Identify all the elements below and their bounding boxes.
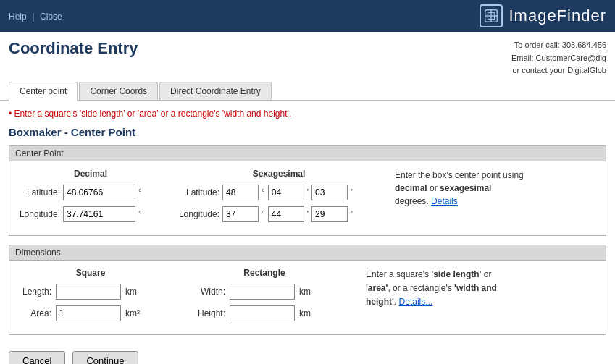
length-input[interactable]: [56, 284, 121, 300]
lon-sex-row: Longitude: ° ' ": [177, 206, 380, 222]
decimal-header: Decimal: [18, 169, 163, 179]
dim-help-text: Enter a square's 'side length' or 'area'…: [366, 268, 511, 310]
lon-sex-label: Longitude:: [177, 209, 219, 219]
content-area: Enter a square's 'side length' or 'area'…: [0, 101, 615, 364]
width-input[interactable]: [230, 284, 295, 300]
cp-help-or: or: [427, 183, 440, 193]
dim-help-1: Enter a square's: [366, 269, 431, 279]
lon-min-input[interactable]: [268, 206, 304, 222]
sexagesimal-column: Sexagesimal Latitude: ° ' " Longitude: °: [177, 169, 380, 228]
lat-sec-symbol: ": [351, 187, 353, 198]
dim-help-3: , or a rectangle's: [388, 283, 454, 293]
cp-help-degrees: degrees.: [395, 196, 429, 206]
top-bar: Help | Close ImageFinder: [0, 0, 615, 32]
rectangle-header: Rectangle: [192, 268, 337, 278]
lat-decimal-row: Latitude: °: [18, 185, 163, 200]
lat-sex-label: Latitude:: [177, 187, 219, 198]
height-unit: km: [299, 308, 311, 318]
area-row: Area: km²: [18, 305, 163, 321]
brand-name: ImageFinder: [509, 7, 606, 25]
brand-icon: [480, 4, 503, 27]
rectangle-column: Rectangle Width: km Height: km: [192, 268, 337, 327]
lat-deg-input[interactable]: [222, 185, 259, 200]
dimensions-body: Square Length: km Area: km² Rectangle: [9, 261, 606, 334]
separator: |: [32, 12, 34, 22]
tabs-row: Center point Corner Coords Direct Coordi…: [0, 82, 615, 101]
dim-help-2: or: [481, 269, 491, 279]
cp-help-plain: Enter the box's center point using: [395, 170, 524, 180]
lat-decimal-label: Latitude:: [18, 187, 60, 198]
lon-decimal-row: Longitude: °: [18, 206, 163, 222]
contact-info: To order call: 303.684.456 Email: Custom…: [511, 39, 606, 77]
boxmaker-heading: Boxmaker - Center Point: [9, 126, 606, 138]
close-link[interactable]: Close: [40, 12, 62, 22]
instruction-text: Enter a square's 'side length' or 'area'…: [9, 109, 606, 119]
page-header: Coordinate Entry To order call: 303.684.…: [0, 32, 615, 82]
lat-sex-row: Latitude: ° ' ": [177, 185, 380, 200]
lon-deg-input[interactable]: [222, 206, 259, 222]
lon-sec-symbol: ": [351, 209, 353, 219]
lon-sec-input[interactable]: [311, 206, 348, 222]
brand: ImageFinder: [480, 4, 606, 27]
length-unit: km: [125, 287, 137, 297]
lon-decimal-label: Longitude:: [18, 209, 60, 219]
width-label: Width:: [192, 287, 225, 297]
continue-button[interactable]: Continue: [72, 351, 138, 364]
dim-help-4: .: [394, 297, 396, 307]
page-title: Coordinate Entry: [9, 39, 138, 58]
sexagesimal-header: Sexagesimal: [177, 169, 380, 179]
cancel-button[interactable]: Cancel: [9, 351, 65, 364]
tab-direct-coordinate[interactable]: Direct Coordinate Entry: [159, 82, 272, 100]
top-bar-links: Help | Close: [9, 11, 62, 22]
lat-degree-symbol: °: [138, 187, 142, 198]
tab-corner-coords[interactable]: Corner Coords: [79, 82, 158, 100]
height-row: Height: km: [192, 305, 337, 321]
lat-min-symbol: ': [307, 187, 309, 198]
square-column: Square Length: km Area: km²: [18, 268, 163, 327]
buttons-row: Cancel Continue: [9, 344, 606, 364]
lon-sex-deg-symbol: °: [262, 209, 265, 219]
decimal-column: Decimal Latitude: ° Longitude: °: [18, 169, 163, 228]
height-label: Height:: [192, 308, 225, 318]
lon-decimal-input[interactable]: [63, 206, 135, 222]
cp-help-sexagesimal: sexagesimal: [440, 183, 491, 193]
lat-sec-input[interactable]: [311, 185, 348, 200]
cp-help-decimal: decimal: [395, 183, 427, 193]
width-unit: km: [299, 287, 311, 297]
dim-help-sq1: 'side length': [431, 269, 481, 279]
length-label: Length:: [18, 287, 51, 297]
contact-other: or contact your DigitalGlob: [511, 64, 606, 77]
height-input[interactable]: [230, 305, 295, 321]
dim-help-sq2: 'area': [366, 283, 388, 293]
center-point-body: Decimal Latitude: ° Longitude: ° Sexages…: [9, 161, 606, 235]
tab-center-point[interactable]: Center point: [9, 82, 78, 101]
area-input[interactable]: [56, 305, 121, 321]
contact-phone: To order call: 303.684.456: [511, 39, 606, 52]
lon-degree-symbol: °: [138, 209, 142, 219]
center-point-title: Center Point: [9, 146, 606, 161]
cp-help-link[interactable]: Details: [431, 196, 458, 206]
cp-help-text: Enter the box's center point using decim…: [395, 169, 525, 208]
center-point-section: Center Point Decimal Latitude: ° Longitu…: [9, 145, 606, 236]
dimensions-section: Dimensions Square Length: km Area: km²: [9, 245, 606, 335]
square-header: Square: [18, 268, 163, 278]
lon-min-symbol: ': [307, 209, 309, 219]
area-unit: km²: [125, 308, 140, 318]
length-row: Length: km: [18, 284, 163, 300]
lat-min-input[interactable]: [268, 185, 304, 200]
dimensions-title: Dimensions: [9, 245, 606, 261]
lat-decimal-input[interactable]: [63, 185, 135, 200]
dim-help-link[interactable]: Details...: [399, 297, 433, 307]
contact-email: Email: CustomerCare@dig: [511, 52, 606, 65]
width-row: Width: km: [192, 284, 337, 300]
help-link[interactable]: Help: [9, 12, 27, 22]
lat-sex-deg-symbol: °: [262, 187, 265, 198]
area-label: Area:: [18, 308, 51, 318]
